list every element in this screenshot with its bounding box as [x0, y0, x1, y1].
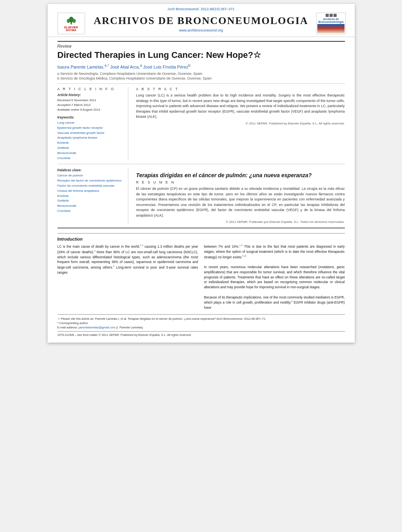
- spanish-keyword-item[interactable]: Factor de crecimiento endotelial vascula…: [57, 184, 123, 189]
- journal-header: Arch Bronconeumol. 2012;48(10):367–371 E…: [48, 4, 355, 37]
- journal-title: ARCHIVOS DE BRONCONEUMOLOGIA: [87, 15, 315, 27]
- keyword-item[interactable]: Erlotinib: [57, 141, 123, 146]
- spanish-left: Palabras clave: Cáncer de pulmónReceptor…: [57, 168, 128, 224]
- author-2: José Abal Arca,a: [110, 65, 142, 69]
- journal-url[interactable]: www.archbronconeumol.org: [87, 28, 315, 32]
- resumen-text: El cáncer de pulmón (CP) es un grave pro…: [136, 186, 345, 218]
- right-logo-area: Archivos deBronconeumología: [315, 13, 347, 34]
- divider-1: [57, 83, 345, 84]
- elsevier-logo-area: ELSEVIER DOYMA: [56, 13, 87, 34]
- article-content: Review Directed Therapies in Lung Cancer…: [48, 37, 355, 343]
- footnote-star: ☆ Please cite this article as: Parente L…: [57, 317, 345, 321]
- divider-2: [57, 164, 345, 164]
- footnote-email: E-mail address: parentelamelas@gmail.com…: [57, 325, 345, 330]
- elsevier-logo: ELSEVIER DOYMA: [57, 13, 85, 34]
- spanish-keywords-list: Cáncer de pulmónReceptor del factor de c…: [57, 173, 123, 213]
- spanish-keyword-item[interactable]: Crizotinib: [57, 209, 123, 214]
- logo-icon-1: [326, 14, 329, 17]
- intro-left-text: LC is the main cause of death by cancer …: [57, 244, 198, 275]
- right-logo-image: [317, 24, 345, 33]
- spanish-keyword-item[interactable]: Receptor del factor de crecimiento epidé…: [57, 178, 123, 184]
- keyword-item[interactable]: Vascular endothelial growth factor: [57, 131, 123, 136]
- doyma-text: DOYMA: [66, 29, 76, 32]
- keyword-item[interactable]: Lung cancer: [57, 120, 123, 126]
- resumen-heading: R E S U M E N: [136, 180, 345, 184]
- spanish-keyword-item[interactable]: Erlotinib: [57, 194, 123, 199]
- svg-point-2: [67, 19, 70, 23]
- spanish-keyword-item[interactable]: Cáncer de pulmón: [57, 173, 123, 178]
- spanish-keyword-item[interactable]: Bevacizumab: [57, 204, 123, 209]
- affiliation-b: b Servicio de Oncología Médica, Complexo…: [57, 76, 345, 80]
- spanish-keyword-item[interactable]: Cinasa del linfoma anaplásica: [57, 189, 123, 194]
- introduction-section: Introduction LC is the main cause of dea…: [57, 233, 345, 310]
- divider-3: [57, 228, 345, 228]
- journal-title-area: ARCHIVOS DE BRONCONEUMOLOGIA www.archbro…: [87, 15, 315, 32]
- abstract-heading: A B S T R A C T: [136, 87, 345, 91]
- article-type: Review: [57, 41, 345, 48]
- footnotes: ☆ Please cite this article as: Parente L…: [57, 314, 345, 330]
- spanish-title: Terapias dirigidas en el cáncer de pulmó…: [136, 172, 345, 178]
- author-3: José Luis Fírvida Pérezb: [143, 65, 191, 69]
- article-info-col: A R T I C L E I N F O Article history: R…: [57, 87, 128, 161]
- info-abstract-section: A R T I C L E I N F O Article history: R…: [57, 87, 345, 161]
- keyword-item[interactable]: Crizotinib: [57, 156, 123, 161]
- keyword-item[interactable]: Gefitinib: [57, 146, 123, 151]
- intro-right-col: between 7% and 15%.1,2 This is due to th…: [204, 244, 345, 310]
- logo-icon-3: [333, 14, 337, 17]
- intro-left-col: LC is the main cause of death by cancer …: [57, 244, 198, 310]
- authors-line: Isaura Parente Lamelas,a,* José Abal Arc…: [57, 63, 345, 69]
- svg-point-3: [72, 19, 76, 23]
- right-logo-text: Archivos deBronconeumología: [319, 18, 344, 23]
- spanish-two-col: Palabras clave: Cáncer de pulmónReceptor…: [57, 168, 345, 224]
- logo-icon-2: [330, 14, 333, 17]
- elsevier-text: ELSEVIER: [64, 26, 78, 29]
- resumen-copyright: © 2011 SEPAR. Publicado por Elsevier Esp…: [136, 220, 345, 224]
- article-info-heading: A R T I C L E I N F O: [57, 87, 123, 91]
- issn-line: 1579-2129/$ – see front matter © 2011 SE…: [57, 331, 345, 337]
- keywords-list: Lung cancerEpidermal growth factor recep…: [57, 120, 123, 161]
- available-date: Available online 9 August 2012: [57, 108, 123, 112]
- abstract-copyright: © 2011 SEPAR. Published by Elsevier Espa…: [136, 122, 345, 125]
- keyword-item[interactable]: Anaplastic lymphoma kinase: [57, 135, 123, 141]
- accepted-date: Accepted 7 March 2012: [57, 103, 123, 108]
- right-logo-box: Archivos deBronconeumología: [316, 13, 346, 34]
- intro-heading: Introduction: [57, 237, 345, 241]
- footnote-corresponding: * Corresponding author.: [57, 321, 345, 325]
- spanish-keyword-item[interactable]: Gefitinib: [57, 198, 123, 204]
- intro-two-col: LC is the main cause of death by cancer …: [57, 244, 345, 310]
- affiliation-a: a Servicio de Neumología, Complexo Hospi…: [57, 72, 345, 76]
- keyword-item[interactable]: Bevacizumab: [57, 151, 123, 156]
- spanish-right: Terapias dirigidas en el cáncer de pulmó…: [136, 168, 345, 224]
- author-1: Isaura Parente Lamelas,a,*: [57, 65, 109, 69]
- header-main: ELSEVIER DOYMA ARCHIVOS DE BRONCONEUMOLO…: [56, 13, 347, 37]
- right-logo-icons: [326, 14, 337, 17]
- history-label: Article history:: [57, 93, 123, 97]
- received-date: Received 6 November 2011: [57, 98, 123, 103]
- spanish-section: Palabras clave: Cáncer de pulmónReceptor…: [57, 168, 345, 224]
- email-link[interactable]: parentelamelas@gmail.com: [79, 326, 115, 329]
- palabras-clave-label: Palabras clave:: [57, 168, 123, 172]
- abstract-col: A B S T R A C T Lung cancer (LC) is a se…: [136, 87, 345, 161]
- intro-right-text: between 7% and 15%.1,2 This is due to th…: [204, 244, 345, 310]
- abstract-text: Lung cancer (LC) is a serious health pro…: [136, 93, 345, 120]
- keywords-label: Keywords:: [57, 115, 123, 119]
- article-title: Directed Therapies in Lung Cancer: New H…: [57, 50, 345, 60]
- article-page: Arch Bronconeumol. 2012;48(10):367–371 E…: [48, 4, 355, 343]
- keyword-item[interactable]: Epidermal growth factor receptor: [57, 126, 123, 131]
- citation-line: Arch Bronconeumol. 2012;48(10):367–371: [56, 7, 347, 11]
